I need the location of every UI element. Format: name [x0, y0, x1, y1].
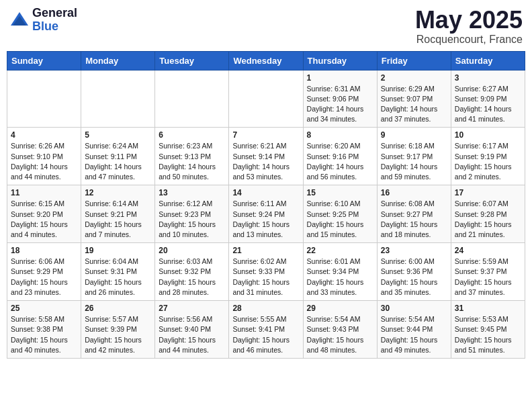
- calendar-cell: [155, 70, 229, 128]
- day-number: 28: [232, 304, 299, 313]
- calendar-cell: 23Sunrise: 6:00 AM Sunset: 9:36 PM Dayli…: [377, 243, 451, 301]
- day-number: 2: [381, 73, 447, 83]
- day-info: Sunrise: 6:21 AM Sunset: 9:14 PM Dayligh…: [232, 141, 299, 182]
- calendar-cell: 22Sunrise: 6:01 AM Sunset: 9:34 PM Dayli…: [303, 243, 377, 301]
- calendar-cell: 21Sunrise: 6:02 AM Sunset: 9:33 PM Dayli…: [229, 243, 303, 301]
- day-number: 15: [307, 188, 373, 197]
- day-number: 14: [232, 188, 299, 197]
- day-number: 26: [85, 304, 151, 313]
- day-number: 1: [307, 73, 373, 83]
- calendar-cell: 19Sunrise: 6:04 AM Sunset: 9:31 PM Dayli…: [81, 243, 155, 301]
- logo: General Blue: [9, 7, 77, 34]
- calendar-cell: 30Sunrise: 5:54 AM Sunset: 9:44 PM Dayli…: [377, 301, 451, 359]
- calendar-cell: 26Sunrise: 5:57 AM Sunset: 9:39 PM Dayli…: [81, 301, 155, 359]
- day-number: 10: [455, 130, 521, 140]
- calendar-cell: 3Sunrise: 6:27 AM Sunset: 9:09 PM Daylig…: [451, 70, 525, 128]
- day-info: Sunrise: 6:02 AM Sunset: 9:33 PM Dayligh…: [232, 257, 299, 298]
- calendar-cell: 10Sunrise: 6:17 AM Sunset: 9:19 PM Dayli…: [451, 128, 525, 185]
- weekday-header-thursday: Thursday: [303, 51, 377, 70]
- calendar-cell: 31Sunrise: 5:53 AM Sunset: 9:45 PM Dayli…: [451, 301, 525, 359]
- calendar-cell: 4Sunrise: 6:26 AM Sunset: 9:10 PM Daylig…: [7, 128, 81, 185]
- calendar-cell: 17Sunrise: 6:07 AM Sunset: 9:28 PM Dayli…: [451, 185, 525, 243]
- weekday-header-wednesday: Wednesday: [229, 51, 303, 70]
- day-info: Sunrise: 6:31 AM Sunset: 9:06 PM Dayligh…: [307, 84, 373, 125]
- day-info: Sunrise: 5:58 AM Sunset: 9:38 PM Dayligh…: [11, 314, 77, 355]
- day-info: Sunrise: 6:24 AM Sunset: 9:11 PM Dayligh…: [85, 141, 151, 182]
- calendar-cell: [7, 70, 81, 128]
- day-number: 9: [381, 130, 447, 140]
- day-info: Sunrise: 5:54 AM Sunset: 9:44 PM Dayligh…: [381, 314, 447, 355]
- day-info: Sunrise: 6:15 AM Sunset: 9:20 PM Dayligh…: [11, 199, 77, 240]
- calendar-cell: 18Sunrise: 6:06 AM Sunset: 9:29 PM Dayli…: [7, 243, 81, 301]
- day-number: 17: [455, 188, 521, 197]
- day-number: 13: [159, 188, 225, 197]
- day-info: Sunrise: 6:00 AM Sunset: 9:36 PM Dayligh…: [381, 257, 447, 298]
- day-info: Sunrise: 5:54 AM Sunset: 9:43 PM Dayligh…: [307, 314, 373, 355]
- calendar-cell: 25Sunrise: 5:58 AM Sunset: 9:38 PM Dayli…: [7, 301, 81, 359]
- calendar-cell: 13Sunrise: 6:12 AM Sunset: 9:23 PM Dayli…: [155, 185, 229, 243]
- calendar-cell: 2Sunrise: 6:29 AM Sunset: 9:07 PM Daylig…: [377, 70, 451, 128]
- day-number: 11: [11, 188, 77, 197]
- day-number: 18: [11, 246, 77, 255]
- calendar-cell: 7Sunrise: 6:21 AM Sunset: 9:14 PM Daylig…: [229, 128, 303, 185]
- calendar-cell: 12Sunrise: 6:14 AM Sunset: 9:21 PM Dayli…: [81, 185, 155, 243]
- day-number: 25: [11, 304, 77, 313]
- day-number: 12: [85, 188, 151, 197]
- day-info: Sunrise: 6:20 AM Sunset: 9:16 PM Dayligh…: [307, 141, 373, 182]
- weekday-header-friday: Friday: [377, 51, 451, 70]
- title-block: May 2025 Rocquencourt, France: [415, 7, 523, 46]
- day-number: 31: [455, 304, 521, 313]
- day-info: Sunrise: 6:26 AM Sunset: 9:10 PM Dayligh…: [11, 141, 77, 182]
- day-info: Sunrise: 6:12 AM Sunset: 9:23 PM Dayligh…: [159, 199, 225, 240]
- day-number: 5: [85, 130, 151, 140]
- day-info: Sunrise: 6:08 AM Sunset: 9:27 PM Dayligh…: [381, 199, 447, 240]
- calendar-cell: [229, 70, 303, 128]
- day-info: Sunrise: 6:11 AM Sunset: 9:24 PM Dayligh…: [232, 199, 299, 240]
- calendar-cell: 27Sunrise: 5:56 AM Sunset: 9:40 PM Dayli…: [155, 301, 229, 359]
- day-number: 8: [307, 130, 373, 140]
- day-number: 4: [11, 130, 77, 140]
- calendar-cell: 29Sunrise: 5:54 AM Sunset: 9:43 PM Dayli…: [303, 301, 377, 359]
- day-number: 6: [159, 130, 225, 140]
- calendar-cell: 20Sunrise: 6:03 AM Sunset: 9:32 PM Dayli…: [155, 243, 229, 301]
- calendar-cell: 15Sunrise: 6:10 AM Sunset: 9:25 PM Dayli…: [303, 185, 377, 243]
- page-header: General Blue May 2025 Rocquencourt, Fran…: [7, 7, 525, 46]
- calendar-cell: 6Sunrise: 6:23 AM Sunset: 9:13 PM Daylig…: [155, 128, 229, 185]
- calendar-cell: 14Sunrise: 6:11 AM Sunset: 9:24 PM Dayli…: [229, 185, 303, 243]
- logo-general-text: General: [32, 7, 77, 20]
- day-info: Sunrise: 6:07 AM Sunset: 9:28 PM Dayligh…: [455, 199, 521, 240]
- day-info: Sunrise: 6:03 AM Sunset: 9:32 PM Dayligh…: [159, 257, 225, 298]
- day-info: Sunrise: 6:29 AM Sunset: 9:07 PM Dayligh…: [381, 84, 447, 125]
- calendar-cell: 8Sunrise: 6:20 AM Sunset: 9:16 PM Daylig…: [303, 128, 377, 185]
- calendar-cell: 11Sunrise: 6:15 AM Sunset: 9:20 PM Dayli…: [7, 185, 81, 243]
- day-number: 19: [85, 246, 151, 255]
- calendar-cell: 16Sunrise: 6:08 AM Sunset: 9:27 PM Dayli…: [377, 185, 451, 243]
- calendar-cell: 24Sunrise: 5:59 AM Sunset: 9:37 PM Dayli…: [451, 243, 525, 301]
- calendar-cell: 9Sunrise: 6:18 AM Sunset: 9:17 PM Daylig…: [377, 128, 451, 185]
- calendar-table: SundayMondayTuesdayWednesdayThursdayFrid…: [7, 51, 525, 359]
- day-info: Sunrise: 6:23 AM Sunset: 9:13 PM Dayligh…: [159, 141, 225, 182]
- calendar-cell: 1Sunrise: 6:31 AM Sunset: 9:06 PM Daylig…: [303, 70, 377, 128]
- day-number: 23: [381, 246, 447, 255]
- day-info: Sunrise: 6:18 AM Sunset: 9:17 PM Dayligh…: [381, 141, 447, 182]
- weekday-header-tuesday: Tuesday: [155, 51, 229, 70]
- day-number: 24: [455, 246, 521, 255]
- day-info: Sunrise: 6:04 AM Sunset: 9:31 PM Dayligh…: [85, 257, 151, 298]
- day-info: Sunrise: 5:53 AM Sunset: 9:45 PM Dayligh…: [455, 314, 521, 355]
- day-info: Sunrise: 6:17 AM Sunset: 9:19 PM Dayligh…: [455, 141, 521, 182]
- day-info: Sunrise: 5:55 AM Sunset: 9:41 PM Dayligh…: [232, 314, 299, 355]
- day-info: Sunrise: 6:27 AM Sunset: 9:09 PM Dayligh…: [455, 84, 521, 125]
- day-number: 27: [159, 304, 225, 313]
- day-number: 30: [381, 304, 447, 313]
- day-number: 16: [381, 188, 447, 197]
- calendar-cell: [81, 70, 155, 128]
- logo-icon: [9, 11, 30, 30]
- location-text: Rocquencourt, France: [415, 34, 523, 46]
- day-info: Sunrise: 6:01 AM Sunset: 9:34 PM Dayligh…: [307, 257, 373, 298]
- calendar-cell: 28Sunrise: 5:55 AM Sunset: 9:41 PM Dayli…: [229, 301, 303, 359]
- day-number: 7: [232, 130, 299, 140]
- day-info: Sunrise: 5:56 AM Sunset: 9:40 PM Dayligh…: [159, 314, 225, 355]
- day-info: Sunrise: 6:06 AM Sunset: 9:29 PM Dayligh…: [11, 257, 77, 298]
- day-number: 29: [307, 304, 373, 313]
- logo-blue-text: Blue: [32, 20, 77, 34]
